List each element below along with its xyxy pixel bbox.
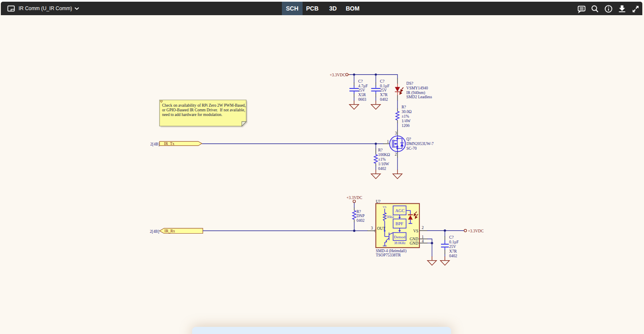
svg-text:IR_Tx: IR_Tx xyxy=(164,142,175,146)
svg-text:+3.3VDC: +3.3VDC xyxy=(346,196,362,200)
svg-text:30.0Ω: 30.0Ω xyxy=(402,110,412,114)
svg-text:VSMY14940: VSMY14940 xyxy=(406,86,428,90)
svg-text:Demod.: Demod. xyxy=(394,235,406,239)
svg-text:±1%: ±1% xyxy=(378,157,386,162)
svg-text:1/4W: 1/4W xyxy=(402,119,411,123)
svg-text:25V: 25V xyxy=(358,88,365,92)
svg-text:4: 4 xyxy=(422,239,424,243)
svg-text:OUT: OUT xyxy=(377,226,386,231)
svg-text:SMD2 Leadless: SMD2 Leadless xyxy=(406,95,432,99)
svg-text:IR_Rx: IR_Rx xyxy=(165,229,176,233)
svg-text:1: 1 xyxy=(387,140,389,144)
svg-text:GND: GND xyxy=(410,241,419,245)
svg-text:IR (940nm): IR (940nm) xyxy=(406,91,425,95)
svg-text:0.1µF: 0.1µF xyxy=(449,240,459,244)
svg-text:R?: R? xyxy=(357,210,361,214)
svg-text:BPF: BPF xyxy=(395,221,403,226)
svg-text:0402: 0402 xyxy=(357,218,365,223)
svg-text:TSOP75338TR: TSOP75338TR xyxy=(376,253,401,257)
svg-text:0402: 0402 xyxy=(380,97,388,102)
svg-text:X7R: X7R xyxy=(380,93,388,97)
svg-text:4.7µF: 4.7µF xyxy=(358,84,368,88)
svg-text:Q?: Q? xyxy=(406,137,411,141)
svg-text:DS?: DS? xyxy=(406,81,413,86)
svg-text:0603: 0603 xyxy=(358,97,366,102)
svg-text:±1%: ±1% xyxy=(402,114,409,119)
svg-text:VS: VS xyxy=(413,229,418,233)
svg-text:C?: C? xyxy=(449,235,454,240)
svg-text:+3.3VDC: +3.3VDC xyxy=(330,73,345,77)
svg-text:25V: 25V xyxy=(380,88,387,92)
svg-text:1: 1 xyxy=(422,235,424,239)
svg-text:X7R: X7R xyxy=(449,249,457,253)
svg-text:C?: C? xyxy=(380,79,384,84)
svg-text:3: 3 xyxy=(371,226,373,230)
svg-text:2: 2 xyxy=(395,152,397,156)
svg-text:2[4B]: 2[4B] xyxy=(150,142,160,146)
svg-text:DMN2053UW-7: DMN2053UW-7 xyxy=(406,142,434,146)
svg-text:2[4B]: 2[4B] xyxy=(150,229,159,234)
svg-text:38.0KHz: 38.0KHz xyxy=(394,241,406,245)
svg-text:SMD-4 (Heimdall): SMD-4 (Heimdall) xyxy=(376,249,407,253)
svg-text:need to add hardware for modul: need to add hardware for modulation. xyxy=(162,113,222,117)
svg-text:0.1µF: 0.1µF xyxy=(380,84,390,88)
svg-text:30kΩ: 30kΩ xyxy=(387,215,394,219)
svg-text:R?: R? xyxy=(402,105,406,109)
svg-text:Check on availability of RPi Z: Check on availability of RPi Zero 2W PWM… xyxy=(162,103,246,108)
svg-text:GND: GND xyxy=(410,237,419,241)
svg-text:VS: VS xyxy=(383,205,387,209)
svg-text:1/10W: 1/10W xyxy=(378,162,389,166)
svg-text:AGC: AGC xyxy=(395,208,405,213)
svg-text:0402: 0402 xyxy=(378,167,386,171)
svg-text:DNP: DNP xyxy=(357,214,365,218)
svg-text:2: 2 xyxy=(422,226,424,230)
svg-text:25V: 25V xyxy=(449,245,456,249)
svg-text:SC-70: SC-70 xyxy=(406,146,417,151)
svg-text:+3.3VDC: +3.3VDC xyxy=(468,229,484,233)
svg-text:or GPIO-Baseed IR Comm Driver.: or GPIO-Baseed IR Comm Driver. If not av… xyxy=(162,108,245,112)
svg-text:R?: R? xyxy=(378,148,383,152)
svg-text:C?: C? xyxy=(358,79,363,84)
svg-text:3: 3 xyxy=(395,131,397,135)
svg-text:0402: 0402 xyxy=(449,254,457,258)
svg-text:100KΩ: 100KΩ xyxy=(378,153,390,157)
svg-text:X5R: X5R xyxy=(358,93,366,97)
svg-text:1206: 1206 xyxy=(402,124,410,128)
